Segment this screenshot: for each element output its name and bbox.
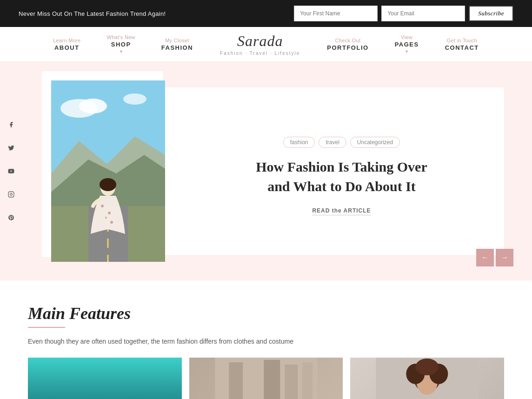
read-article-link[interactable]: READ the ARTICLE — [312, 207, 371, 215]
svg-rect-20 — [53, 390, 156, 399]
svg-rect-29 — [302, 362, 313, 399]
svg-point-5 — [79, 99, 107, 113]
tag-uncategorized[interactable]: Uncategorized — [350, 137, 400, 148]
svg-point-15 — [101, 205, 104, 207]
svg-rect-28 — [285, 365, 298, 399]
svg-point-22 — [94, 372, 106, 385]
feature-image-1 — [28, 358, 182, 399]
first-name-input[interactable] — [294, 6, 378, 21]
svg-rect-26 — [247, 367, 259, 399]
top-bar: Never Miss Out On The Latest Fashion Tre… — [0, 0, 532, 27]
hero-image-container — [51, 80, 165, 262]
subscribe-button[interactable]: Subscribe — [469, 6, 513, 21]
nav-shop-sub: What's New — [106, 34, 135, 40]
feature-image-3 — [350, 358, 504, 399]
svg-point-21 — [77, 358, 114, 399]
facebook-icon[interactable] — [4, 117, 19, 132]
site-logo[interactable]: Sarada Fashion · Travel · Lifestyle — [206, 33, 314, 56]
nav-contact[interactable]: Get in Touch CONTACT — [432, 35, 492, 54]
nav-shop[interactable]: What's New SHOP ▾ — [93, 32, 148, 57]
features-grid — [28, 358, 504, 399]
nav-contact-sub: Get in Touch — [445, 38, 479, 43]
pinterest-icon[interactable] — [4, 210, 19, 225]
svg-point-6 — [123, 93, 146, 105]
hero-section: fashion travel Uncategorized How Fashion… — [0, 62, 532, 280]
carousel-nav: ← → — [476, 249, 513, 266]
article-title: How Fashion Is Taking Over and What to D… — [249, 157, 435, 196]
svg-rect-11 — [51, 206, 88, 262]
nav-about-sub: Learn More — [53, 38, 80, 43]
nav-portfolio-main: PORTFOLIO — [327, 44, 368, 51]
article-tags: fashion travel Uncategorized — [283, 137, 400, 148]
nav-pages-sub: View — [395, 34, 419, 40]
subscribe-form: Subscribe — [294, 6, 513, 21]
email-input[interactable] — [381, 6, 465, 21]
svg-rect-25 — [229, 362, 243, 399]
svg-point-16 — [108, 212, 111, 214]
logo-tagline: Fashion · Travel · Lifestyle — [220, 51, 300, 56]
nav-shop-arrow: ▾ — [106, 49, 135, 54]
svg-point-18 — [110, 221, 113, 224]
prev-arrow-button[interactable]: ← — [476, 249, 494, 266]
next-arrow-button[interactable]: → — [496, 249, 513, 266]
nav-portfolio-sub: Check Out — [327, 38, 368, 43]
nav-pages-arrow: ▾ — [395, 49, 419, 54]
nav-about[interactable]: Learn More ABOUT — [40, 35, 93, 54]
title-underline — [28, 327, 65, 328]
svg-rect-12 — [128, 206, 165, 262]
svg-rect-1 — [8, 192, 14, 197]
top-bar-message: Never Miss Out On The Latest Fashion Tre… — [19, 10, 166, 17]
logo-text: Sarada — [237, 33, 283, 49]
nav-contact-main: CONTACT — [445, 44, 479, 51]
nav-portfolio[interactable]: Check Out PORTFOLIO — [314, 35, 381, 54]
features-description: Even though they are often used together… — [28, 336, 400, 346]
svg-point-14 — [100, 178, 116, 191]
svg-rect-27 — [264, 360, 280, 399]
hero-image — [51, 80, 165, 262]
youtube-icon[interactable] — [4, 164, 19, 179]
svg-rect-23 — [53, 397, 156, 399]
nav-pages[interactable]: View PAGES ▾ — [382, 32, 432, 57]
svg-point-17 — [105, 217, 107, 219]
tag-fashion[interactable]: fashion — [283, 137, 315, 148]
nav-fashion[interactable]: My Closet FASHION — [148, 35, 206, 54]
nav-fashion-sub: My Closet — [161, 38, 193, 43]
main-features-section: Main Features Even though they are often… — [0, 280, 532, 399]
nav-about-main: ABOUT — [53, 44, 80, 51]
feature-image-2 — [189, 358, 343, 399]
read-link-text: READ the ARTICLE — [312, 207, 371, 214]
twitter-icon[interactable] — [4, 140, 19, 155]
features-title: Main Features — [28, 304, 504, 323]
navigation: Learn More ABOUT What's New SHOP ▾ My Cl… — [0, 27, 532, 62]
nav-fashion-main: FASHION — [161, 44, 193, 51]
social-sidebar — [0, 110, 22, 233]
svg-rect-19 — [53, 358, 156, 399]
hero-content: fashion travel Uncategorized How Fashion… — [160, 87, 504, 255]
instagram-icon[interactable] — [4, 187, 19, 202]
nav-shop-main: SHOP — [106, 41, 135, 48]
nav-pages-main: PAGES — [395, 41, 419, 48]
tag-travel[interactable]: travel — [319, 137, 346, 148]
svg-point-36 — [416, 359, 439, 375]
